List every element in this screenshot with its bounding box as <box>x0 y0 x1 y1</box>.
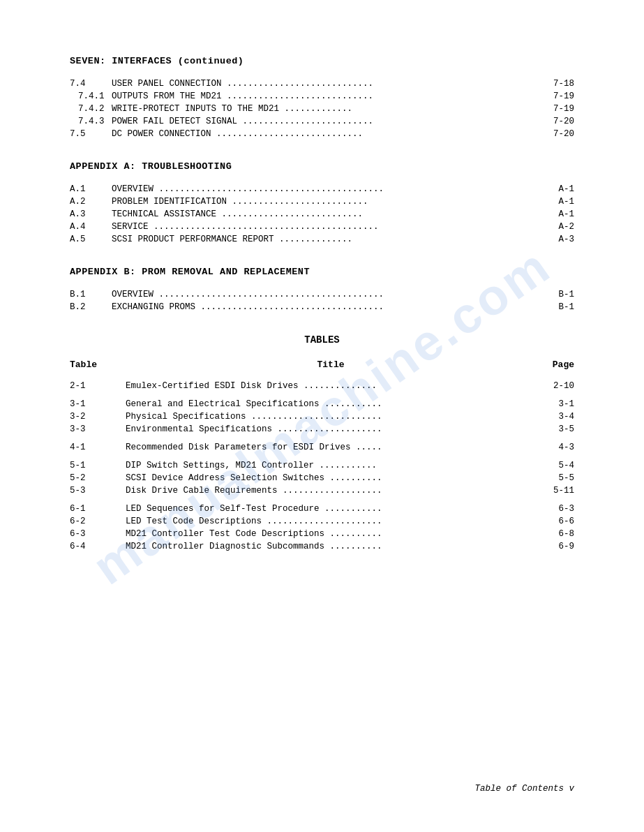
toc-page: A-2 <box>536 222 574 232</box>
toc-title: OVERVIEW ...............................… <box>112 290 536 299</box>
table-page: 6-3 <box>536 504 574 514</box>
toc-title: SCSI PRODUCT PERFORMANCE REPORT ........… <box>112 235 536 244</box>
table-description: General and Electrical Specifications ..… <box>126 399 536 409</box>
page: manualmachine.com SEVEN: INTERFACES (con… <box>0 0 644 832</box>
toc-section-appendix-b: APPENDIX B: PROM REMOVAL AND REPLACEMENT… <box>70 267 574 312</box>
table-row: 3-2Physical Specifications .............… <box>70 412 574 422</box>
table-row: 3-1General and Electrical Specifications… <box>70 399 574 409</box>
table-row: 6-3MD21 Controller Test Code Description… <box>70 529 574 539</box>
toc-page: 7-19 <box>536 91 574 101</box>
toc-title: USER PANEL CONNECTION ..................… <box>112 79 536 89</box>
toc-page: B-1 <box>536 302 574 312</box>
toc-title: WRITE-PROTECT INPUTS TO THE MD21 .......… <box>112 104 536 114</box>
toc-number: A.4 <box>70 222 112 232</box>
toc-number: B.2 <box>70 302 112 312</box>
table-number: 4-1 <box>70 443 126 452</box>
col-table-label: Table <box>70 359 126 370</box>
section-header: SEVEN: INTERFACES (continued) <box>70 56 574 66</box>
toc-page: A-1 <box>536 184 574 194</box>
table-description: Recommended Disk Parameters for ESDI Dri… <box>126 443 536 452</box>
table-page: 5-11 <box>536 486 574 496</box>
table-row: 6-2LED Test Code Descriptions ..........… <box>70 517 574 526</box>
footer: Table of Contents v <box>474 784 574 794</box>
table-row: 4-1Recommended Disk Parameters for ESDI … <box>70 443 574 452</box>
table-row: 5-3Disk Drive Cable Requirements .......… <box>70 486 574 496</box>
toc-number: 7.4.1 <box>70 91 112 101</box>
toc-page: B-1 <box>536 290 574 299</box>
footer-text: Table of Contents v <box>474 784 574 794</box>
table-page: 6-8 <box>536 529 574 539</box>
table-row: 6-4MD21 Controller Diagnostic Subcommand… <box>70 542 574 551</box>
toc-number: 7.4 <box>70 79 112 89</box>
toc-page: 7-20 <box>536 117 574 126</box>
table-row: 2-1Emulex-Certified ESDI Disk Drives ...… <box>70 381 574 391</box>
toc-page: 7-20 <box>536 129 574 139</box>
toc-title: PROBLEM IDENTIFICATION .................… <box>112 197 536 207</box>
table-row: 3-3Environmental Specifications ........… <box>70 424 574 434</box>
table-description: Disk Drive Cable Requirements ..........… <box>126 486 536 496</box>
table-row: 5-2SCSI Device Address Selection Switche… <box>70 473 574 483</box>
toc-section-appendix-a: APPENDIX A: TROUBLESHOOTINGA.1OVERVIEW .… <box>70 161 574 244</box>
toc-title: POWER FAIL DETECT SIGNAL ...............… <box>112 117 536 126</box>
toc-number: 7.4.3 <box>70 117 112 126</box>
table-description: Physical Specifications ................… <box>126 412 536 422</box>
toc-title: OVERVIEW ...............................… <box>112 184 536 194</box>
col-page-label: Page <box>536 359 574 370</box>
table-number: 3-2 <box>70 412 126 422</box>
toc-page: 7-18 <box>536 79 574 89</box>
main-content: SEVEN: INTERFACES (continued)7.4USER PAN… <box>70 56 574 551</box>
table-page: 5-4 <box>536 461 574 470</box>
toc-title: DC POWER CONNECTION ....................… <box>112 129 536 139</box>
table-number: 5-1 <box>70 461 126 470</box>
section-header: APPENDIX A: TROUBLESHOOTING <box>70 161 574 172</box>
section-header: APPENDIX B: PROM REMOVAL AND REPLACEMENT <box>70 267 574 277</box>
toc-number: A.2 <box>70 197 112 207</box>
toc-row: A.3TECHNICAL ASSISTANCE ................… <box>70 209 574 219</box>
toc-number: B.1 <box>70 290 112 299</box>
table-description: Environmental Specifications ...........… <box>126 424 536 434</box>
tables-col-header: TableTitlePage <box>70 359 574 370</box>
table-number: 6-4 <box>70 542 126 551</box>
toc-row: 7.4.3POWER FAIL DETECT SIGNAL ..........… <box>70 117 574 126</box>
toc-row: 7.4.2WRITE-PROTECT INPUTS TO THE MD21 ..… <box>70 104 574 114</box>
table-description: LED Sequences for Self-Test Procedure ..… <box>126 504 536 514</box>
table-page: 3-4 <box>536 412 574 422</box>
toc-number: 7.4.2 <box>70 104 112 114</box>
table-number: 5-3 <box>70 486 126 496</box>
table-description: Emulex-Certified ESDI Disk Drives ......… <box>126 381 536 391</box>
toc-title: EXCHANGING PROMS .......................… <box>112 302 536 312</box>
table-description: LED Test Code Descriptions .............… <box>126 517 536 526</box>
table-number: 2-1 <box>70 381 126 391</box>
toc-row: A.4SERVICE .............................… <box>70 222 574 232</box>
table-description: DIP Switch Settings, MD21 Controller ...… <box>126 461 536 470</box>
toc-page: A-1 <box>536 209 574 219</box>
toc-row: A.2PROBLEM IDENTIFICATION ..............… <box>70 197 574 207</box>
toc-title: TECHNICAL ASSISTANCE ...................… <box>112 209 536 219</box>
table-number: 3-3 <box>70 424 126 434</box>
table-page: 3-1 <box>536 399 574 409</box>
toc-row: B.1OVERVIEW ............................… <box>70 290 574 299</box>
toc-page: A-1 <box>536 197 574 207</box>
toc-row: 7.5DC POWER CONNECTION .................… <box>70 129 574 139</box>
toc-page: 7-19 <box>536 104 574 114</box>
table-page: 6-6 <box>536 517 574 526</box>
toc-section-seven-continued: SEVEN: INTERFACES (continued)7.4USER PAN… <box>70 56 574 139</box>
toc-row: 7.4USER PANEL CONNECTION ...............… <box>70 79 574 89</box>
toc-title: SERVICE ................................… <box>112 222 536 232</box>
toc-row: A.5SCSI PRODUCT PERFORMANCE REPORT .....… <box>70 235 574 244</box>
toc-number: A.3 <box>70 209 112 219</box>
table-page: 6-9 <box>536 542 574 551</box>
toc-number: A.1 <box>70 184 112 194</box>
table-row: 6-1LED Sequences for Self-Test Procedure… <box>70 504 574 514</box>
toc-number: A.5 <box>70 235 112 244</box>
toc-row: 7.4.1OUTPUTS FROM THE MD21 .............… <box>70 91 574 101</box>
table-description: SCSI Device Address Selection Switches .… <box>126 473 536 483</box>
table-description: MD21 Controller Test Code Descriptions .… <box>126 529 536 539</box>
table-number: 3-1 <box>70 399 126 409</box>
toc-title: OUTPUTS FROM THE MD21 ..................… <box>112 91 536 101</box>
table-page: 3-5 <box>536 424 574 434</box>
table-number: 5-2 <box>70 473 126 483</box>
table-description: MD21 Controller Diagnostic Subcommands .… <box>126 542 536 551</box>
table-number: 6-2 <box>70 517 126 526</box>
table-row: 5-1DIP Switch Settings, MD21 Controller … <box>70 461 574 470</box>
